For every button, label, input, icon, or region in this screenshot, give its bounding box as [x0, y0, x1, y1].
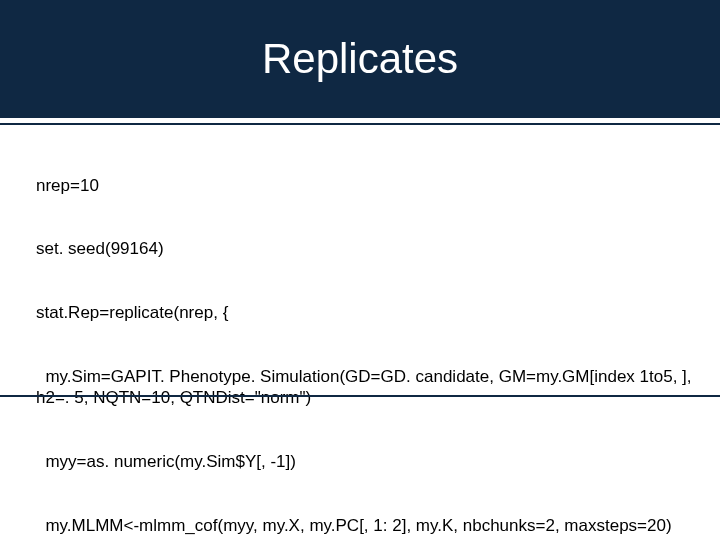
slide: Replicates nrep=10 set. seed(99164) stat…: [0, 0, 720, 540]
code-line: nrep=10: [36, 175, 710, 196]
divider-bottom: [0, 395, 720, 397]
divider-top: [0, 123, 720, 125]
code-line: myy=as. numeric(my.Sim$Y[, -1]): [36, 451, 710, 472]
code-line: my.Sim=GAPIT. Phenotype. Simulation(GD=G…: [36, 366, 710, 409]
code-line: set. seed(99164): [36, 238, 710, 259]
code-block: nrep=10 set. seed(99164) stat.Rep=replic…: [36, 132, 710, 540]
slide-title: Replicates: [262, 35, 458, 83]
code-line: stat.Rep=replicate(nrep, {: [36, 302, 710, 323]
title-band: Replicates: [0, 0, 720, 118]
code-line: my.MLMM<-mlmm_cof(myy, my.X, my.PC[, 1: …: [36, 515, 710, 536]
